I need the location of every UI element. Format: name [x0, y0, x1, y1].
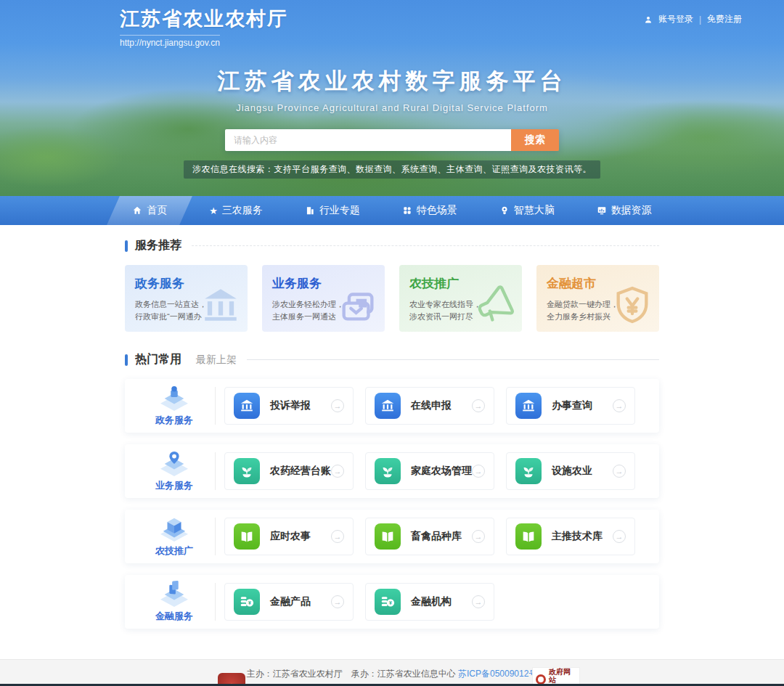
recommend-card-govt[interactable]: 政务服务 政务信息一站直达，行政审批“一网通办	[125, 265, 248, 332]
sprout-icon	[515, 458, 542, 484]
service-item-online-declare[interactable]: 在线申报 →	[365, 387, 494, 425]
book-icon	[234, 523, 260, 550]
divider	[215, 583, 216, 621]
svg-text:¥: ¥	[248, 600, 251, 605]
coins-icon: ¥	[375, 589, 401, 615]
divider	[215, 452, 216, 490]
nav-item-brain[interactable]: 智慧大脑	[481, 196, 573, 225]
book-icon	[375, 523, 401, 550]
icp-link[interactable]: 苏ICP备05009012号	[458, 669, 537, 679]
service-item-main-tech-db[interactable]: 主推技术库 →	[506, 518, 635, 555]
nav-item-scenes[interactable]: 特色场景	[383, 196, 476, 225]
service-item-affairs-query[interactable]: 办事查询 →	[506, 387, 635, 425]
arrow-icon: →	[331, 530, 344, 543]
govt-3d-icon	[158, 385, 191, 412]
gov-badge-logo-icon	[536, 674, 546, 685]
register-link[interactable]: 免费注册	[707, 13, 742, 25]
recommend-cards: 政务服务 政务信息一站直达，行政审批“一网通办 业务服务 涉农业务轻松办理，主体…	[125, 265, 659, 332]
recommend-card-agritech[interactable]: 农技推广 农业专家在线指导，涉农资讯一网打尽	[399, 265, 522, 332]
nav-item-data[interactable]: 数据资源	[578, 196, 671, 225]
book-icon	[515, 523, 542, 550]
group-items: 农药经营台账 → 家庭农场管理 → 设施农业 →	[224, 452, 635, 490]
section-divider-line	[192, 245, 659, 246]
message-icon	[337, 284, 379, 326]
group-row-agritech: 农技推广 应时农事 → 畜禽品种库 → 主推技术库 →	[125, 510, 659, 563]
search-bar: 搜索	[225, 129, 559, 151]
arrow-icon: →	[613, 399, 626, 412]
section-accent-bar	[125, 354, 128, 366]
recommend-card-finance[interactable]: 金融超市 金融贷款一键办理，全力服务乡村振兴	[536, 265, 659, 332]
footer-line1: 主办：江苏省农业农村厅 承办：江苏省农业信息中心 苏ICP备05009012号	[0, 666, 784, 681]
search-input[interactable]	[225, 129, 511, 151]
star-icon: ★	[209, 206, 218, 216]
group-row-business: 业务服务 农药经营台账 → 家庭农场管理 → 设施农业 →	[125, 444, 659, 498]
service-item-pesticide-ledger[interactable]: 农药经营台账 →	[224, 452, 354, 490]
section-accent-bar	[125, 240, 128, 252]
bank-icon	[375, 393, 401, 419]
section-divider-line	[247, 359, 659, 360]
user-icon	[644, 15, 653, 24]
tab-hot[interactable]: 热门常用	[135, 352, 181, 367]
account-links: 账号登录 | 免费注册	[644, 13, 742, 25]
nav-item-home[interactable]: 首页	[113, 196, 186, 225]
group-items: 应时农事 → 畜禽品种库 → 主推技术库 →	[224, 518, 635, 555]
recommend-card-business[interactable]: 业务服务 涉农业务轻松办理，主体服务一网通达	[262, 265, 385, 332]
service-item-complaint[interactable]: 投诉举报 →	[224, 387, 354, 425]
service-item-livestock-db[interactable]: 畜禽品种库 →	[365, 518, 494, 555]
group-items: 投诉举报 → 在线申报 → 办事查询 →	[224, 387, 635, 425]
nav-item-industry[interactable]: 行业专题	[286, 196, 379, 225]
site-url: http://nynct.jiangsu.gov.cn	[120, 35, 220, 48]
arrow-icon: →	[331, 465, 344, 478]
account-divider: |	[699, 15, 701, 25]
arrow-icon: →	[331, 595, 344, 608]
group-row-govt: 政务服务 投诉举报 → 在线申报 → 办事查询 →	[125, 379, 659, 433]
divider	[215, 518, 216, 555]
tab-newest[interactable]: 最新上架	[196, 354, 237, 367]
login-link[interactable]: 账号登录	[658, 13, 693, 25]
nav-item-sannong[interactable]: ★ 三农服务	[190, 196, 282, 225]
top-bar: 江苏省农业农村厅 http://nynct.jiangsu.gov.cn 账号登…	[0, 0, 784, 49]
service-item-finance-products[interactable]: ¥ 金融产品 →	[224, 583, 354, 621]
svg-text:¥: ¥	[389, 600, 392, 605]
building-icon	[305, 205, 315, 216]
service-item-finance-institutions[interactable]: ¥ 金融机构 →	[365, 583, 494, 621]
service-item-family-farm[interactable]: 家庭农场管理 →	[365, 452, 494, 490]
group-govt[interactable]: 政务服务	[136, 385, 212, 427]
arrow-icon: →	[331, 399, 344, 412]
recommend-section-header: 服务推荐	[125, 238, 659, 253]
group-row-finance: 金融服务 ¥ 金融产品 → ¥ 金融机构 →	[125, 575, 659, 629]
footer: ★ 主办：江苏省农业农村厅 承办：江苏省农业信息中心 苏ICP备05009012…	[0, 659, 784, 686]
group-finance[interactable]: 金融服务	[136, 581, 212, 623]
page: 江苏省农业农村厅 http://nynct.jiangsu.gov.cn 账号登…	[0, 0, 784, 686]
arrow-icon: →	[472, 399, 485, 412]
service-item-seasonal-farming[interactable]: 应时农事 →	[224, 518, 354, 555]
hot-section-header: 热门常用 最新上架	[125, 352, 659, 367]
divider	[215, 387, 216, 425]
main-content: 服务推荐 政务服务 政务信息一站直达，行政审批“一网通办 业务服务 涉农业务轻松…	[125, 225, 659, 629]
site-logo[interactable]: 江苏省农业农村厅 http://nynct.jiangsu.gov.cn	[120, 6, 288, 49]
search-hint-wrap: 涉农信息在线搜索：支持平台服务查询、数据查询、系统查询、主体查询、证照查询及农技…	[0, 160, 784, 179]
group-agritech[interactable]: 农技推广	[136, 515, 212, 558]
site-name: 江苏省农业农村厅	[120, 6, 288, 32]
service-item-facility-agri[interactable]: 设施农业 →	[506, 452, 635, 490]
business-3d-icon	[158, 450, 191, 478]
recommend-section-title: 服务推荐	[135, 238, 181, 253]
group-items: ¥ 金融产品 → ¥ 金融机构 →	[224, 583, 494, 621]
sprout-icon	[234, 458, 260, 484]
arrow-icon: →	[613, 465, 626, 478]
megaphone-icon	[474, 284, 516, 326]
home-icon	[132, 205, 142, 216]
platform-subtitle: Jiangsu Province Agricultural and Rural …	[0, 102, 784, 113]
coins-icon: ¥	[234, 589, 260, 615]
arrow-icon: →	[472, 530, 485, 543]
hero-banner: 江苏省农业农村厅 http://nynct.jiangsu.gov.cn 账号登…	[0, 0, 784, 196]
sprout-icon	[375, 458, 401, 484]
search-button[interactable]: 搜索	[511, 129, 559, 151]
arrow-icon: →	[472, 465, 485, 478]
data-icon	[597, 205, 607, 216]
group-business[interactable]: 业务服务	[136, 450, 212, 492]
bank-icon	[515, 393, 542, 419]
platform-title: 江苏省农业农村数字服务平台	[0, 66, 784, 97]
main-nav: 首页 ★ 三农服务 行业专题 特色场景 智慧大脑 数据资源	[0, 196, 784, 225]
shield-yen-icon	[611, 284, 653, 326]
